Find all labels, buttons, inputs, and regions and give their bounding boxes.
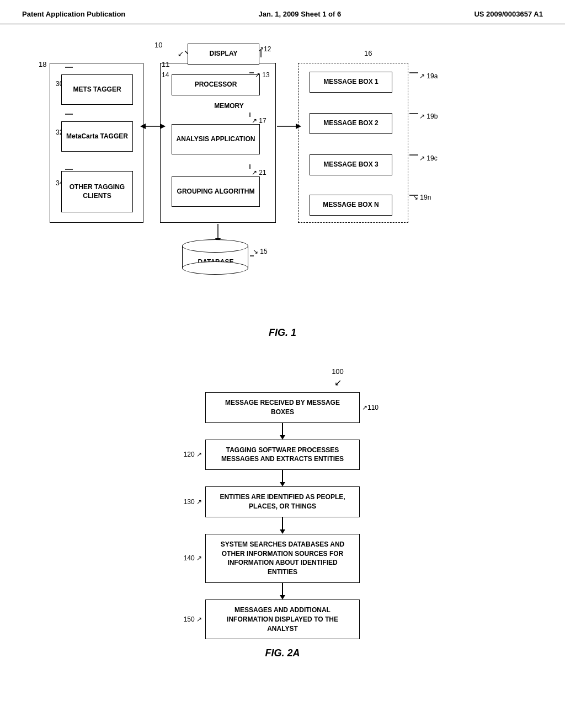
memory-label: MEMORY (172, 102, 286, 110)
flow-row-120: 120 ↗ TAGGING SOFTWARE PROCESSES MESSAGE… (33, 440, 532, 470)
label-13: ↗ 13 (255, 71, 270, 79)
header-center: Jan. 1, 2009 Sheet 1 of 6 (259, 10, 342, 18)
flow-row-130: 130 ↗ ENTITIES ARE IDENTIFIED AS PEOPLE,… (33, 486, 532, 517)
connector-2 (33, 470, 532, 486)
flow-box-110: MESSAGE RECEIVED BY MESSAGE BOXES (205, 392, 360, 423)
flow-box-130: ENTITIES ARE IDENTIFIED AS PEOPLE, PLACE… (205, 486, 360, 517)
flow-row-150: 150 ↗ MESSAGES AND ADDITIONAL INFORMATIO… (33, 599, 532, 639)
label-19a: ↗ 19a (419, 72, 438, 80)
ref-140-label: 140 ↗ (169, 554, 205, 562)
ref-130-label: 130 ↗ (169, 498, 205, 506)
label-18: 18 (39, 60, 46, 68)
processor-box: PROCESSOR (172, 74, 260, 95)
flow-row-140: 140 ↗ SYSTEM SEARCHES DATABASES AND OTHE… (33, 534, 532, 583)
label-21: ↗ 21 (252, 169, 266, 176)
fig2-title: FIG. 2A (33, 647, 532, 659)
flow-box-140: SYSTEM SEARCHES DATABASES AND OTHER INFO… (205, 534, 360, 583)
label-15: ↘ 15 (253, 248, 268, 255)
flow-row-110: MESSAGE RECEIVED BY MESSAGE BOXES ↗ 110 (33, 392, 532, 423)
header-left: Patent Application Publication (22, 10, 125, 18)
fig2-diagram: 100 ↙ MESSAGE RECEIVED BY MESSAGE BOXES … (33, 366, 532, 659)
arrow-10: ↙ (178, 50, 184, 58)
arrow-100-wrapper: ↙ (33, 377, 532, 388)
group-11-box: PROCESSOR MEMORY ANALYSIS APPLICATION GR… (160, 63, 276, 223)
ref-120-label: 120 ↗ (169, 451, 205, 458)
label-16: 16 (364, 49, 372, 57)
label-100: 100 (332, 367, 344, 376)
label-17: ↗ 17 (252, 117, 266, 125)
flowchart: MESSAGE RECEIVED BY MESSAGE BOXES ↗ 110 … (33, 392, 532, 639)
label-19n: ↘ 19n (413, 194, 431, 201)
flow-box-150: MESSAGES AND ADDITIONAL INFORMATION DISP… (205, 599, 360, 639)
message-box-3: MESSAGE BOX 3 (310, 154, 392, 175)
label-14: 14 (162, 71, 169, 79)
label-12: 12 (264, 45, 271, 53)
patent-header: Patent Application Publication Jan. 1, 2… (0, 0, 565, 24)
ref-150-label: 150 ↗ (169, 615, 205, 623)
group-16-box: MESSAGE BOX 1 MESSAGE BOX 2 MESSAGE BOX … (298, 63, 408, 223)
label-19b: ↗ 19b (419, 113, 438, 120)
mets-tagger-box: METS TAGGER (61, 74, 133, 105)
message-box-1: MESSAGE BOX 1 (310, 72, 392, 93)
label-100-wrapper: 100 (33, 366, 532, 376)
ref-110: ↗ 110 (360, 404, 396, 411)
metacarta-tagger-box: MetaCarta TAGGER (61, 121, 133, 152)
message-box-n: MESSAGE BOX N (310, 195, 392, 216)
arrow-100: ↙ (334, 378, 342, 387)
grouping-algorithm-box: GROUPING ALGORITHM (172, 176, 260, 207)
connector-1 (33, 423, 532, 440)
fig1-diagram: 10 ↙ 18 30 ↗ 32 ↗ 34 ↗ METS TAGGER (33, 41, 532, 350)
connector-4 (33, 583, 532, 599)
other-tagging-clients-box: OTHER TAGGING CLIENTS (61, 171, 133, 212)
fig1-title: FIG. 1 (269, 327, 296, 339)
label-10: 10 (154, 41, 162, 49)
analysis-application-box: ANALYSIS APPLICATION (172, 124, 260, 154)
group-18-box: 30 ↗ 32 ↗ 34 ↗ METS TAGGER MetaCarta TAG… (50, 63, 143, 223)
message-box-2: MESSAGE BOX 2 (310, 113, 392, 134)
header-right: US 2009/0003657 A1 (474, 10, 543, 18)
label-19c: ↗ 19c (419, 154, 438, 162)
display-box: DISPLAY (188, 44, 259, 65)
connector-3 (33, 517, 532, 534)
database-symbol: DATABASE (182, 239, 248, 288)
flow-box-120: TAGGING SOFTWARE PROCESSES MESSAGES AND … (205, 440, 360, 470)
